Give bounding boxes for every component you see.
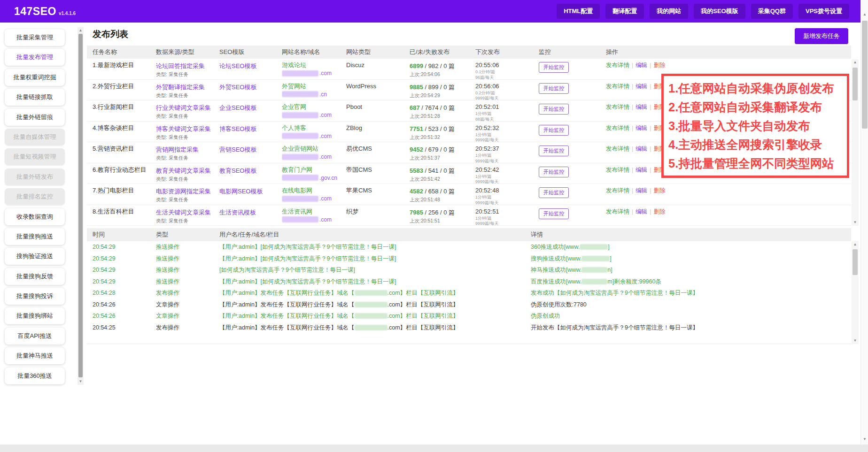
template-link[interactable]: 教育SEO模板 (219, 167, 256, 174)
site-cms: 织梦 (346, 208, 410, 226)
sidebar-item[interactable]: 批量神马推送 (5, 347, 65, 364)
scroll-down-arrow-icon[interactable]: ▼ (861, 436, 868, 443)
edit-link[interactable]: 编辑 (636, 167, 647, 173)
template-link[interactable]: 博客SEO模板 (219, 125, 256, 132)
monitor-cell: 开始监控 (539, 208, 606, 226)
log-time: 20:54:25 (93, 322, 156, 334)
sidebar-item[interactable]: 百度API推送 (5, 328, 65, 345)
publish-detail-link[interactable]: 发布详情 (606, 187, 629, 194)
top-nav-item-3[interactable]: 我的SEO模版 (694, 4, 745, 19)
sidebar-item[interactable]: 批量360推送 (5, 368, 65, 384)
sidebar-item[interactable]: 搜狗验证推送 (5, 248, 65, 265)
edit-link[interactable]: 编辑 (636, 104, 647, 110)
delete-link[interactable]: 删除 (654, 62, 666, 69)
task-table-scrollbar[interactable]: ▲ ▼ (852, 59, 859, 226)
page-scrollbar-thumb[interactable] (862, 21, 868, 129)
sidebar-item[interactable]: 批量链接抓取 (5, 89, 65, 106)
top-nav-item-0[interactable]: HTML配置 (557, 4, 600, 19)
publish-detail-link[interactable]: 发布详情 (606, 146, 629, 152)
sidebar-item[interactable]: 批量权重词挖掘 (5, 69, 65, 86)
start-monitor-button[interactable]: 开始监控 (539, 187, 569, 198)
sidebar-scrollbar[interactable]: ▲ ▼ (78, 27, 84, 385)
start-monitor-button[interactable]: 开始监控 (539, 208, 569, 219)
start-monitor-button[interactable]: 开始监控 (539, 167, 569, 177)
top-nav-item-4[interactable]: 采集QQ群 (751, 4, 793, 19)
scroll-down-arrow-icon[interactable]: ▼ (852, 337, 859, 344)
edit-link[interactable]: 编辑 (636, 187, 647, 194)
edit-link[interactable]: 编辑 (636, 83, 647, 90)
template-link[interactable]: 营销SEO模板 (219, 146, 256, 153)
source-link[interactable]: 营销网指定采集 (156, 146, 199, 153)
template-link[interactable]: 外贸SEO模板 (219, 84, 256, 91)
sidebar-item[interactable]: 收录数据查询 (5, 208, 65, 225)
source-link[interactable]: 生活关键词文章采集 (156, 209, 211, 216)
log-table-scrollbar[interactable]: ▲ ▼ (852, 241, 859, 344)
site-cms: 易优CMS (346, 145, 410, 163)
sidebar-item[interactable]: 批量搜狗投诉 (5, 288, 65, 305)
delete-link[interactable]: 删除 (654, 187, 666, 194)
sidebar-scrollbar-thumb[interactable] (78, 34, 83, 377)
sidebar-item[interactable]: 批量搜狗推送 (5, 228, 65, 245)
task-site-cell: 企业官网.com (282, 103, 346, 121)
next-publish-time: 20:52:32 (475, 124, 535, 132)
source-link[interactable]: 电影资源网指定采集 (156, 188, 211, 195)
publish-detail-link[interactable]: 发布详情 (606, 125, 629, 131)
log-scrollbar-thumb[interactable] (852, 249, 858, 275)
edit-link[interactable]: 编辑 (636, 125, 647, 131)
task-next-cell: 20:52:511分钟/篇9999篇/每天 (475, 208, 539, 226)
delete-link[interactable]: 删除 (654, 208, 666, 215)
template-link[interactable]: 企业SEO模板 (219, 104, 256, 111)
sidebar-item[interactable]: 批量搜狗绑站 (5, 307, 65, 324)
source-link[interactable]: 行业关键词文章采集 (156, 104, 211, 111)
scroll-up-arrow-icon[interactable]: ▲ (861, 11, 868, 18)
start-monitor-button[interactable]: 开始监控 (539, 83, 569, 94)
column-header: 下次发布 (475, 46, 539, 59)
publish-detail-link[interactable]: 发布详情 (606, 104, 629, 110)
edit-link[interactable]: 编辑 (636, 208, 647, 215)
scroll-down-arrow-icon[interactable]: ▼ (852, 219, 859, 226)
task-actions: 发布详情|编辑|删除 (606, 208, 851, 226)
edit-link[interactable]: 编辑 (636, 146, 647, 152)
task-stats-cell: 7751 / 523 / 0 篇上次:20:51:32 (410, 124, 475, 142)
publish-detail-link[interactable]: 发布详情 (606, 167, 629, 173)
scroll-up-arrow-icon[interactable]: ▲ (852, 241, 859, 248)
task-template-cell: 生活资讯模板 (219, 208, 282, 226)
source-link[interactable]: 教育关键词文章采集 (156, 167, 211, 174)
new-publish-task-button[interactable]: 新增发布任务 (795, 28, 848, 44)
page-scrollbar[interactable]: ▲ ▼ (860, 0, 868, 452)
top-nav-item-5[interactable]: VPS拨号设置 (798, 4, 849, 19)
domain-suffix: .com (319, 195, 332, 202)
site-cms: ZBlog (346, 124, 410, 142)
publish-per-day: 9999篇/每天 (475, 159, 535, 163)
sidebar-item[interactable]: 批量采集管理 (5, 29, 65, 46)
start-monitor-button[interactable]: 开始监控 (539, 125, 569, 136)
edit-link[interactable]: 编辑 (636, 62, 647, 69)
task-scrollbar-thumb[interactable] (852, 68, 858, 100)
top-nav-item-2[interactable]: 我的网站 (650, 4, 688, 19)
start-monitor-button[interactable]: 开始监控 (539, 146, 569, 156)
template-link[interactable]: 论坛SEO模板 (219, 62, 256, 69)
publish-detail-link[interactable]: 发布详情 (606, 208, 629, 215)
redacted-domain (282, 154, 318, 160)
publish-detail-link[interactable]: 发布详情 (606, 83, 629, 90)
sidebar-item[interactable]: 批量搜狗反馈 (5, 268, 65, 285)
task-stats-cell: 7985 / 256 / 0 篇上次:20:51:51 (410, 208, 475, 226)
start-monitor-button[interactable]: 开始监控 (539, 104, 569, 115)
source-type: 类型: 采集任务 (156, 217, 216, 224)
source-type: 类型: 采集任务 (156, 196, 216, 203)
column-header: 网站类型 (346, 46, 410, 59)
scroll-up-arrow-icon[interactable]: ▲ (852, 59, 859, 66)
sidebar-item[interactable]: 批量外链留痕 (5, 109, 65, 126)
template-link[interactable]: 电影网SEO模板 (219, 188, 263, 195)
source-link[interactable]: 博客关键词文章采集 (156, 125, 211, 132)
column-header: 已/未/失败发布 (410, 46, 475, 59)
scroll-down-arrow-icon[interactable]: ▼ (78, 378, 84, 385)
source-link[interactable]: 外贸翻译指定采集 (156, 84, 205, 91)
source-link[interactable]: 论坛回答指定采集 (156, 62, 205, 69)
scroll-up-arrow-icon[interactable]: ▲ (78, 27, 84, 34)
sidebar-item[interactable]: 批量发布管理 (5, 49, 65, 66)
start-monitor-button[interactable]: 开始监控 (539, 62, 569, 73)
template-link[interactable]: 生活资讯模板 (219, 209, 256, 216)
top-nav-item-1[interactable]: 翻译配置 (605, 4, 644, 19)
publish-detail-link[interactable]: 发布详情 (606, 62, 629, 69)
